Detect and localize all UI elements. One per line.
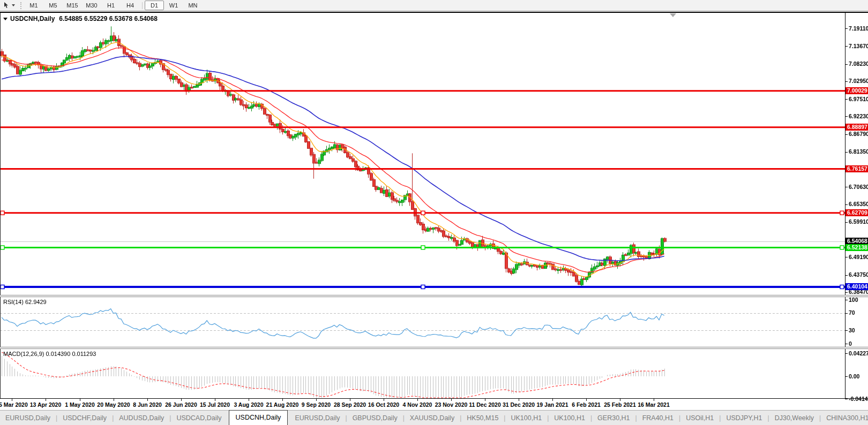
time-axis-label: 8 Jun 2020 <box>133 401 162 408</box>
time-tick-mark <box>384 399 384 401</box>
macd-tick-mark <box>845 399 848 399</box>
price-tick-mark <box>845 64 848 65</box>
timeframe-toolbar: M1M5M15M30H1H4D1W1MN <box>0 0 868 11</box>
price-tick-mark <box>845 257 848 257</box>
time-tick-mark <box>249 399 249 401</box>
time-tick-mark <box>552 399 553 401</box>
macd-tick-label: -0.04148 <box>849 396 868 403</box>
time-axis-label: 3 Aug 2020 <box>234 401 263 408</box>
timeframe-button-w1[interactable]: W1 <box>164 1 183 10</box>
time-tick-mark <box>46 399 46 401</box>
time-tick-mark <box>350 399 350 401</box>
timeframe-button-mn[interactable]: MN <box>183 1 203 10</box>
time-tick-mark <box>282 399 283 401</box>
price-tick-mark <box>845 204 848 205</box>
price-tick-label: 6.70630 <box>849 184 868 191</box>
time-axis-label: 4 Nov 2020 <box>403 401 432 408</box>
chart-tab-uk100[interactable]: UK100,H1 <box>505 412 547 425</box>
chart-shift-marker-icon[interactable] <box>670 13 676 17</box>
time-tick-mark <box>485 399 485 401</box>
price-tick-mark <box>845 99 848 100</box>
rsi-tick-label: 30 <box>849 327 855 334</box>
price-tick-mark <box>845 134 848 135</box>
price-line-label: 7.00029 <box>845 87 868 94</box>
rsi-indicator-canvas[interactable] <box>0 297 845 347</box>
rsi-tick-mark <box>845 313 848 314</box>
price-tick-label: 7.08230 <box>849 60 868 67</box>
chart-tab-fra40[interactable]: FRA40,H1 <box>637 412 679 425</box>
price-tick-mark <box>845 292 848 293</box>
price-tick-mark <box>845 28 848 29</box>
time-tick-mark <box>451 399 452 401</box>
chart-tab-usdcad[interactable]: USDCAD,Daily <box>171 412 227 425</box>
macd-tick-label: 0.00 <box>849 373 859 380</box>
price-chart-canvas[interactable] <box>0 13 845 295</box>
price-tick-mark <box>845 81 848 82</box>
rsi-label: RSI(14) 62.9429 <box>3 299 47 305</box>
time-axis-label: 11 Dec 2020 <box>469 401 501 408</box>
time-axis-label: 9 Sep 2020 <box>302 401 331 408</box>
time-tick-mark <box>215 399 215 401</box>
time-axis-label: 28 Sep 2020 <box>334 401 366 408</box>
pane-separator-rsi[interactable] <box>0 295 868 297</box>
rsi-tick-label: 70 <box>849 309 855 316</box>
rsi-tick-label: 100 <box>849 297 858 303</box>
timeframe-button-m1[interactable]: M1 <box>24 1 43 10</box>
chart-tab-usoil[interactable]: USOil,H1 <box>680 412 719 425</box>
chart-tab-hk50[interactable]: HK50,M15 <box>461 412 504 425</box>
price-tick-label: 7.13670 <box>849 43 868 50</box>
time-axis-label: 16 Oct 2020 <box>368 401 399 408</box>
time-axis-label: 21 Aug 2020 <box>266 401 299 408</box>
chart-tab-audusd[interactable]: AUDUSD,Daily <box>114 412 169 425</box>
chart-left-border <box>0 13 1 398</box>
macd-indicator-canvas[interactable] <box>0 349 845 398</box>
timeframe-button-d1[interactable]: D1 <box>145 1 164 10</box>
time-axis-label: 15 Jul 2020 <box>200 401 230 408</box>
chart-menu-triangle-icon[interactable] <box>3 18 8 20</box>
chart-tab-ger30[interactable]: GER30,H1 <box>592 412 635 425</box>
price-line-label: 6.76157 <box>845 165 868 172</box>
chart-tab-eurusd[interactable]: EURUSD,Daily <box>289 412 345 425</box>
chart-tab-china300[interactable]: CHINA300,H1 <box>821 412 868 425</box>
price-tick-mark <box>845 116 848 117</box>
cursor-tool-button[interactable] <box>0 2 18 9</box>
time-axis-label: 16 Mar 2021 <box>638 401 670 408</box>
time-axis-label: 6 Feb 2021 <box>572 401 601 408</box>
time-tick-mark <box>620 399 620 401</box>
price-tick-label: 6.65350 <box>849 201 868 208</box>
timeframe-button-h1[interactable]: H1 <box>101 1 121 10</box>
chart-tab-usdjpy[interactable]: USDJPY,H1 <box>721 412 767 425</box>
time-tick-mark <box>80 399 80 401</box>
timeframe-button-m15[interactable]: M15 <box>63 1 82 10</box>
time-axis-line <box>0 398 868 399</box>
price-tick-mark <box>845 275 848 276</box>
chart-tab-eurusd[interactable]: EURUSD,Daily <box>0 412 56 425</box>
pane-separator-macd[interactable] <box>0 347 868 349</box>
mt4-window: M1M5M15M30H1H4D1W1MN USDCNH,Daily 6.5488… <box>0 0 868 425</box>
time-axis-label: 20 May 2020 <box>97 401 130 408</box>
price-tick-label: 6.49190 <box>849 254 868 261</box>
chart-tab-bar: EURUSD,Daily|USDCHF,Daily|AUDUSD,Daily|U… <box>0 410 868 425</box>
time-axis[interactable] <box>0 399 868 410</box>
toolbar-separator <box>142 2 143 9</box>
time-tick-mark <box>181 399 182 401</box>
chart-title: USDCNH,Daily 6.54885 6.55229 6.53678 6.5… <box>3 15 158 22</box>
chart-tab-usdcnh-active[interactable]: USDCNH,Daily <box>229 410 288 425</box>
timeframe-button-h4[interactable]: H4 <box>121 1 140 10</box>
chart-tab-uk100[interactable]: UK100,H1 <box>549 412 590 425</box>
time-tick-mark <box>417 399 418 401</box>
price-axis-line[interactable] <box>845 13 845 398</box>
time-tick-mark <box>12 399 12 401</box>
price-tick-label: 6.92230 <box>849 113 868 120</box>
rsi-tick-mark <box>845 330 848 331</box>
chart-tab-dj30[interactable]: DJ30,Weekly <box>769 412 819 425</box>
time-axis-label: 31 Dec 2020 <box>503 401 535 408</box>
price-tick-mark <box>845 152 848 153</box>
chart-tab-usdchf[interactable]: USDCHF,Daily <box>57 412 112 425</box>
timeframe-button-m5[interactable]: M5 <box>43 1 63 10</box>
time-axis-label: 25 Feb 2021 <box>604 401 636 408</box>
chart-tab-xauusd[interactable]: XAUUSD,Daily <box>405 412 460 425</box>
chart-ohlc-values: 6.54885 6.55229 6.53678 6.54068 <box>59 15 158 22</box>
chart-tab-gbpusd[interactable]: GBPUSD,Daily <box>347 412 403 425</box>
timeframe-button-m30[interactable]: M30 <box>82 1 101 10</box>
